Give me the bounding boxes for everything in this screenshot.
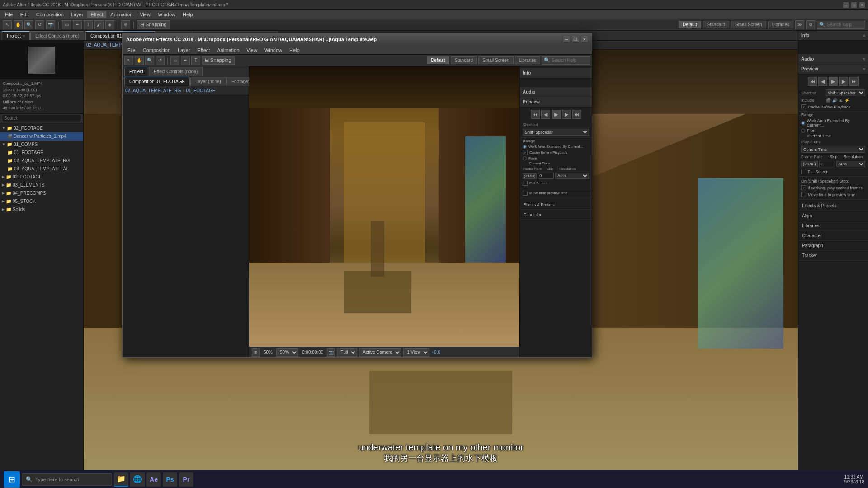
paragraph-item[interactable]: Paragraph <box>798 241 868 251</box>
sw-radio-1[interactable] <box>523 145 527 149</box>
sw-view-select[interactable]: 1 View <box>403 348 429 357</box>
sw-menu-window[interactable]: Window <box>261 47 285 54</box>
pen-tool[interactable]: ✒ <box>73 20 82 29</box>
range-radio-1[interactable] <box>801 121 805 125</box>
skip-input[interactable] <box>819 161 835 167</box>
full-screen-checkbox-row[interactable]: Full Screen <box>798 168 868 175</box>
framerate-value[interactable]: (23.98) <box>801 161 818 167</box>
sw-res-select[interactable]: Auto <box>555 173 589 179</box>
play-from-select[interactable]: Current Time <box>801 146 865 153</box>
tree-item-03aqua-ae[interactable]: 📁 03_AQUA_TEMPLATE_AE <box>0 165 83 173</box>
tree-item-02footage[interactable]: ▼ 📁 02_FOOTAGE <box>0 124 83 132</box>
sw-bc-root[interactable]: 02_AQUA_TEMPLATE_RG <box>125 88 181 93</box>
menu-layer[interactable]: Layer <box>68 11 87 18</box>
sw-tab-effect-controls[interactable]: Effect Controls (none) <box>149 67 203 76</box>
move-time-checkbox[interactable] <box>801 192 806 197</box>
sw-restore[interactable]: ❐ <box>572 36 579 43</box>
workspace-standard[interactable]: Standard <box>703 21 730 28</box>
rect-tool[interactable]: ▭ <box>62 20 71 29</box>
sw-pen-tool[interactable]: ✒ <box>181 56 190 65</box>
sw-menu-view[interactable]: View <box>243 47 260 54</box>
range-from[interactable]: From <box>798 128 868 133</box>
sw-quality-select[interactable]: Full <box>337 348 357 357</box>
sw-menu-file[interactable]: File <box>124 47 139 54</box>
info-expand[interactable]: ≡ <box>863 33 865 38</box>
tree-item-03elements[interactable]: ▶ 📁 03_ELEMENTS <box>0 181 83 189</box>
sw-menu-help[interactable]: Help <box>286 47 303 54</box>
sw-zoom-tool[interactable]: 🔍 <box>145 56 154 65</box>
sw-rect-tool[interactable]: ▭ <box>170 56 179 65</box>
sw-camera-select[interactable]: Active Camera <box>359 348 401 357</box>
tree-item-02footage-2[interactable]: ▶ 📁 02_FOOTAGE <box>0 173 83 181</box>
sw-snapping[interactable]: ⊞ Snapping <box>202 56 235 65</box>
sw-play[interactable]: ▶ <box>552 110 561 119</box>
audio-expand[interactable]: ≡ <box>863 57 865 61</box>
sw-zoom-select[interactable]: 50% <box>276 348 298 357</box>
sw-move-time-cb[interactable] <box>523 191 528 196</box>
sw-effects-presets[interactable]: Effects & Presets <box>520 200 592 210</box>
menu-edit[interactable]: Edit <box>17 11 32 18</box>
sw-vt-btn1[interactable]: ⊞ <box>252 348 260 357</box>
tree-item-05stock[interactable]: ▶ 📁 05_STOCK <box>0 197 83 206</box>
sw-first-frame[interactable]: ⏮ <box>531 110 540 119</box>
shortcut-select[interactable]: Shift+Spacebar Spacebar <box>826 89 865 96</box>
taskbar-ps[interactable]: Ps <box>163 472 177 487</box>
tab-effect-controls[interactable]: Effect Controls (none) <box>30 31 84 40</box>
sw-move-time-row[interactable]: Move time preview time <box>520 190 592 197</box>
project-search-input[interactable] <box>2 115 81 122</box>
sw-rotate-tool[interactable]: ↺ <box>156 56 165 65</box>
menu-window[interactable]: Window <box>155 11 179 18</box>
taskbar-ae[interactable]: Ae <box>146 472 161 487</box>
sw-tab-project[interactable]: Project <box>124 67 148 76</box>
sw-character-item[interactable]: Character <box>520 210 592 220</box>
tree-item-dancer[interactable]: 🎬 Dancer w Particles_1.mp4 <box>0 132 83 141</box>
move-time-row[interactable]: Move time to preview time <box>798 191 868 198</box>
cache-before-checkbox-row[interactable]: ✓ Cache Before Playback <box>798 103 868 110</box>
sw-fr-val[interactable]: (23.98) <box>523 173 537 179</box>
sw-skip-input[interactable] <box>538 173 554 179</box>
sw-prev-frame[interactable]: ◀ <box>541 110 550 119</box>
sw-text-tool[interactable]: T <box>191 56 200 65</box>
sw-hand-tool[interactable]: ✋ <box>135 56 144 65</box>
workspace-libraries[interactable]: Libraries <box>768 21 793 28</box>
character-item[interactable]: Character <box>798 231 868 241</box>
range-work-area[interactable]: Work Area Extended By Current... <box>798 118 868 128</box>
maximize-button[interactable]: □ <box>851 2 857 8</box>
sw-ws-standard[interactable]: Standard <box>451 56 477 64</box>
sw-last-frame[interactable]: ⏭ <box>572 110 581 119</box>
text-tool[interactable]: T <box>84 20 93 29</box>
tab-project[interactable]: Project ≡ <box>2 31 30 40</box>
next-frame-button[interactable]: ▶ <box>839 77 848 86</box>
sw-next-frame[interactable]: ▶ <box>562 110 571 119</box>
tree-item-01footage[interactable]: 📁 01_FOOTAGE <box>0 149 83 157</box>
taskbar-file-explorer[interactable]: 📁 <box>114 472 128 487</box>
tree-item-solids[interactable]: ▶ 📁 Solids <box>0 206 83 214</box>
menu-composition[interactable]: Composition <box>33 11 67 18</box>
include-effects-icon[interactable]: ⚡ <box>844 98 849 103</box>
align-item[interactable]: Align <box>798 211 868 221</box>
start-button[interactable]: ⊞ <box>4 471 20 488</box>
tree-item-01comps[interactable]: ▼ 📁 01_COMPS <box>0 141 83 149</box>
preview-expand[interactable]: ≡ <box>863 67 865 71</box>
close-button[interactable]: ✕ <box>859 2 865 8</box>
tree-item-04precomps[interactable]: ▶ 📁 04_PRECOMPS <box>0 189 83 197</box>
minimize-button[interactable]: ─ <box>843 2 849 8</box>
selection-tool[interactable]: ↖ <box>3 20 12 29</box>
sw-menu-animation[interactable]: Animation <box>214 47 242 54</box>
sw-ws-default[interactable]: Default <box>427 56 449 64</box>
sw-from-row[interactable]: From <box>520 156 592 161</box>
prev-frame-button[interactable]: ◀ <box>818 77 827 86</box>
tree-item-02aqua-rg[interactable]: 📁 02_AQUA_TEMPLATE_RG <box>0 157 83 165</box>
sw-radio-2[interactable] <box>523 156 527 160</box>
camera-tool[interactable]: 📷 <box>46 20 55 29</box>
brush-tool[interactable]: 🖌 <box>94 20 104 29</box>
workspace-small-screen[interactable]: Small Screen <box>731 21 766 28</box>
sw-cache-cb[interactable]: ✓ <box>523 150 528 155</box>
menu-effect[interactable]: Effect <box>87 11 106 18</box>
menu-help[interactable]: Help <box>179 11 196 18</box>
cache-before-checkbox[interactable]: ✓ <box>801 104 806 109</box>
sw-cache-row[interactable]: ✓ Cache Before Playback <box>520 149 592 156</box>
sw-menu-layer[interactable]: Layer <box>175 47 193 54</box>
menu-animation[interactable]: Animation <box>107 11 136 18</box>
resolution-select[interactable]: Auto Full Half <box>836 161 865 167</box>
